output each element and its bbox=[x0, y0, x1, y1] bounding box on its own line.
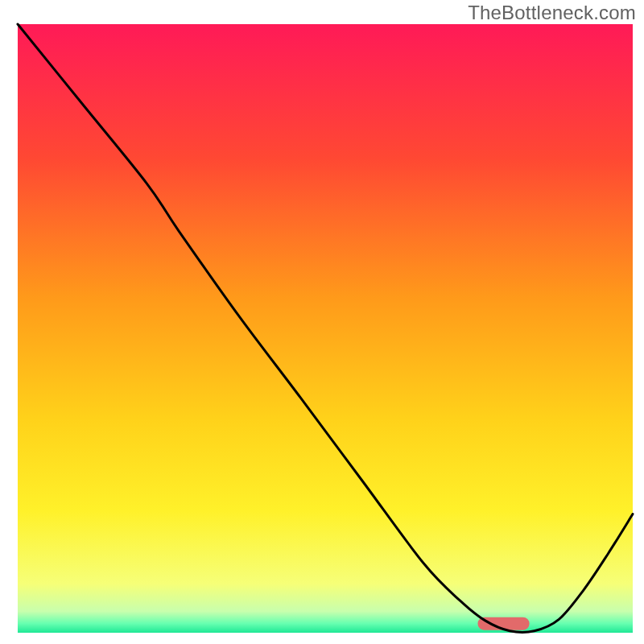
chart-svg bbox=[0, 0, 644, 644]
watermark-text: TheBottleneck.com bbox=[468, 2, 636, 24]
plot-background bbox=[18, 24, 633, 633]
chart-root: TheBottleneck.com bbox=[0, 0, 644, 644]
